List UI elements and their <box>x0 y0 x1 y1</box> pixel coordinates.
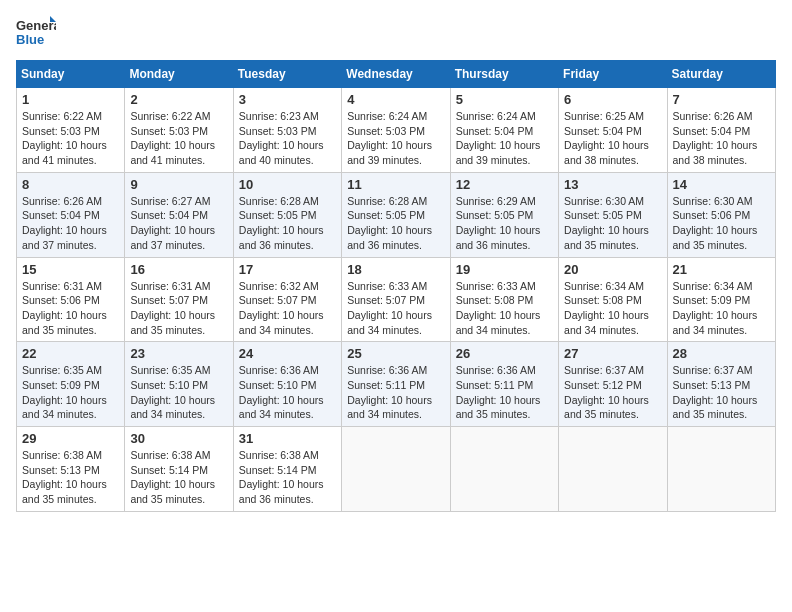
day-info: Sunrise: 6:33 AM Sunset: 5:07 PM Dayligh… <box>347 279 444 338</box>
day-number: 9 <box>130 177 227 192</box>
calendar-cell: 1 Sunrise: 6:22 AM Sunset: 5:03 PM Dayli… <box>17 88 125 173</box>
calendar-cell: 30 Sunrise: 6:38 AM Sunset: 5:14 PM Dayl… <box>125 427 233 512</box>
day-number: 22 <box>22 346 119 361</box>
calendar-cell: 4 Sunrise: 6:24 AM Sunset: 5:03 PM Dayli… <box>342 88 450 173</box>
day-info: Sunrise: 6:35 AM Sunset: 5:09 PM Dayligh… <box>22 363 119 422</box>
day-info: Sunrise: 6:37 AM Sunset: 5:13 PM Dayligh… <box>673 363 770 422</box>
calendar-cell: 7 Sunrise: 6:26 AM Sunset: 5:04 PM Dayli… <box>667 88 775 173</box>
day-number: 1 <box>22 92 119 107</box>
day-info: Sunrise: 6:28 AM Sunset: 5:05 PM Dayligh… <box>347 194 444 253</box>
day-info: Sunrise: 6:36 AM Sunset: 5:10 PM Dayligh… <box>239 363 336 422</box>
calendar-cell <box>342 427 450 512</box>
calendar-cell <box>559 427 667 512</box>
day-info: Sunrise: 6:27 AM Sunset: 5:04 PM Dayligh… <box>130 194 227 253</box>
day-number: 27 <box>564 346 661 361</box>
day-number: 24 <box>239 346 336 361</box>
weekday-header-saturday: Saturday <box>667 61 775 88</box>
weekday-header-thursday: Thursday <box>450 61 558 88</box>
day-number: 3 <box>239 92 336 107</box>
calendar-cell: 24 Sunrise: 6:36 AM Sunset: 5:10 PM Dayl… <box>233 342 341 427</box>
calendar-cell: 8 Sunrise: 6:26 AM Sunset: 5:04 PM Dayli… <box>17 172 125 257</box>
day-number: 14 <box>673 177 770 192</box>
day-number: 8 <box>22 177 119 192</box>
day-info: Sunrise: 6:35 AM Sunset: 5:10 PM Dayligh… <box>130 363 227 422</box>
calendar-cell: 10 Sunrise: 6:28 AM Sunset: 5:05 PM Dayl… <box>233 172 341 257</box>
weekday-header-friday: Friday <box>559 61 667 88</box>
week-row-4: 22 Sunrise: 6:35 AM Sunset: 5:09 PM Dayl… <box>17 342 776 427</box>
week-row-2: 8 Sunrise: 6:26 AM Sunset: 5:04 PM Dayli… <box>17 172 776 257</box>
day-info: Sunrise: 6:34 AM Sunset: 5:08 PM Dayligh… <box>564 279 661 338</box>
day-number: 4 <box>347 92 444 107</box>
day-info: Sunrise: 6:25 AM Sunset: 5:04 PM Dayligh… <box>564 109 661 168</box>
day-number: 12 <box>456 177 553 192</box>
calendar-cell: 15 Sunrise: 6:31 AM Sunset: 5:06 PM Dayl… <box>17 257 125 342</box>
day-info: Sunrise: 6:22 AM Sunset: 5:03 PM Dayligh… <box>130 109 227 168</box>
day-number: 18 <box>347 262 444 277</box>
day-number: 16 <box>130 262 227 277</box>
calendar-cell: 3 Sunrise: 6:23 AM Sunset: 5:03 PM Dayli… <box>233 88 341 173</box>
day-number: 17 <box>239 262 336 277</box>
day-number: 31 <box>239 431 336 446</box>
calendar-cell: 23 Sunrise: 6:35 AM Sunset: 5:10 PM Dayl… <box>125 342 233 427</box>
weekday-header-wednesday: Wednesday <box>342 61 450 88</box>
calendar-cell: 16 Sunrise: 6:31 AM Sunset: 5:07 PM Dayl… <box>125 257 233 342</box>
day-info: Sunrise: 6:26 AM Sunset: 5:04 PM Dayligh… <box>22 194 119 253</box>
weekday-header-tuesday: Tuesday <box>233 61 341 88</box>
day-info: Sunrise: 6:36 AM Sunset: 5:11 PM Dayligh… <box>456 363 553 422</box>
calendar-cell: 11 Sunrise: 6:28 AM Sunset: 5:05 PM Dayl… <box>342 172 450 257</box>
calendar-cell: 18 Sunrise: 6:33 AM Sunset: 5:07 PM Dayl… <box>342 257 450 342</box>
day-number: 21 <box>673 262 770 277</box>
day-info: Sunrise: 6:33 AM Sunset: 5:08 PM Dayligh… <box>456 279 553 338</box>
day-number: 28 <box>673 346 770 361</box>
svg-text:Blue: Blue <box>16 32 44 47</box>
day-info: Sunrise: 6:30 AM Sunset: 5:05 PM Dayligh… <box>564 194 661 253</box>
day-number: 6 <box>564 92 661 107</box>
calendar-cell: 6 Sunrise: 6:25 AM Sunset: 5:04 PM Dayli… <box>559 88 667 173</box>
day-info: Sunrise: 6:38 AM Sunset: 5:13 PM Dayligh… <box>22 448 119 507</box>
day-info: Sunrise: 6:38 AM Sunset: 5:14 PM Dayligh… <box>239 448 336 507</box>
weekday-header-sunday: Sunday <box>17 61 125 88</box>
day-number: 20 <box>564 262 661 277</box>
day-info: Sunrise: 6:23 AM Sunset: 5:03 PM Dayligh… <box>239 109 336 168</box>
day-info: Sunrise: 6:24 AM Sunset: 5:04 PM Dayligh… <box>456 109 553 168</box>
calendar-cell: 2 Sunrise: 6:22 AM Sunset: 5:03 PM Dayli… <box>125 88 233 173</box>
calendar-cell: 13 Sunrise: 6:30 AM Sunset: 5:05 PM Dayl… <box>559 172 667 257</box>
logo-svg: General Blue <box>16 16 56 48</box>
day-info: Sunrise: 6:22 AM Sunset: 5:03 PM Dayligh… <box>22 109 119 168</box>
calendar-cell: 20 Sunrise: 6:34 AM Sunset: 5:08 PM Dayl… <box>559 257 667 342</box>
calendar-cell: 14 Sunrise: 6:30 AM Sunset: 5:06 PM Dayl… <box>667 172 775 257</box>
day-number: 25 <box>347 346 444 361</box>
day-number: 7 <box>673 92 770 107</box>
day-number: 29 <box>22 431 119 446</box>
day-info: Sunrise: 6:38 AM Sunset: 5:14 PM Dayligh… <box>130 448 227 507</box>
day-info: Sunrise: 6:31 AM Sunset: 5:07 PM Dayligh… <box>130 279 227 338</box>
day-info: Sunrise: 6:24 AM Sunset: 5:03 PM Dayligh… <box>347 109 444 168</box>
day-number: 11 <box>347 177 444 192</box>
day-number: 19 <box>456 262 553 277</box>
calendar-cell <box>450 427 558 512</box>
calendar-cell: 12 Sunrise: 6:29 AM Sunset: 5:05 PM Dayl… <box>450 172 558 257</box>
calendar-cell: 22 Sunrise: 6:35 AM Sunset: 5:09 PM Dayl… <box>17 342 125 427</box>
day-info: Sunrise: 6:30 AM Sunset: 5:06 PM Dayligh… <box>673 194 770 253</box>
day-info: Sunrise: 6:34 AM Sunset: 5:09 PM Dayligh… <box>673 279 770 338</box>
page-header: General Blue <box>16 16 776 48</box>
calendar-cell <box>667 427 775 512</box>
day-number: 10 <box>239 177 336 192</box>
day-number: 15 <box>22 262 119 277</box>
calendar-cell: 28 Sunrise: 6:37 AM Sunset: 5:13 PM Dayl… <box>667 342 775 427</box>
week-row-5: 29 Sunrise: 6:38 AM Sunset: 5:13 PM Dayl… <box>17 427 776 512</box>
day-info: Sunrise: 6:28 AM Sunset: 5:05 PM Dayligh… <box>239 194 336 253</box>
weekday-header-row: SundayMondayTuesdayWednesdayThursdayFrid… <box>17 61 776 88</box>
day-info: Sunrise: 6:36 AM Sunset: 5:11 PM Dayligh… <box>347 363 444 422</box>
week-row-3: 15 Sunrise: 6:31 AM Sunset: 5:06 PM Dayl… <box>17 257 776 342</box>
day-info: Sunrise: 6:31 AM Sunset: 5:06 PM Dayligh… <box>22 279 119 338</box>
calendar-cell: 19 Sunrise: 6:33 AM Sunset: 5:08 PM Dayl… <box>450 257 558 342</box>
week-row-1: 1 Sunrise: 6:22 AM Sunset: 5:03 PM Dayli… <box>17 88 776 173</box>
day-number: 5 <box>456 92 553 107</box>
calendar-cell: 5 Sunrise: 6:24 AM Sunset: 5:04 PM Dayli… <box>450 88 558 173</box>
calendar-cell: 21 Sunrise: 6:34 AM Sunset: 5:09 PM Dayl… <box>667 257 775 342</box>
calendar-cell: 31 Sunrise: 6:38 AM Sunset: 5:14 PM Dayl… <box>233 427 341 512</box>
day-info: Sunrise: 6:37 AM Sunset: 5:12 PM Dayligh… <box>564 363 661 422</box>
logo: General Blue <box>16 16 56 48</box>
day-number: 2 <box>130 92 227 107</box>
